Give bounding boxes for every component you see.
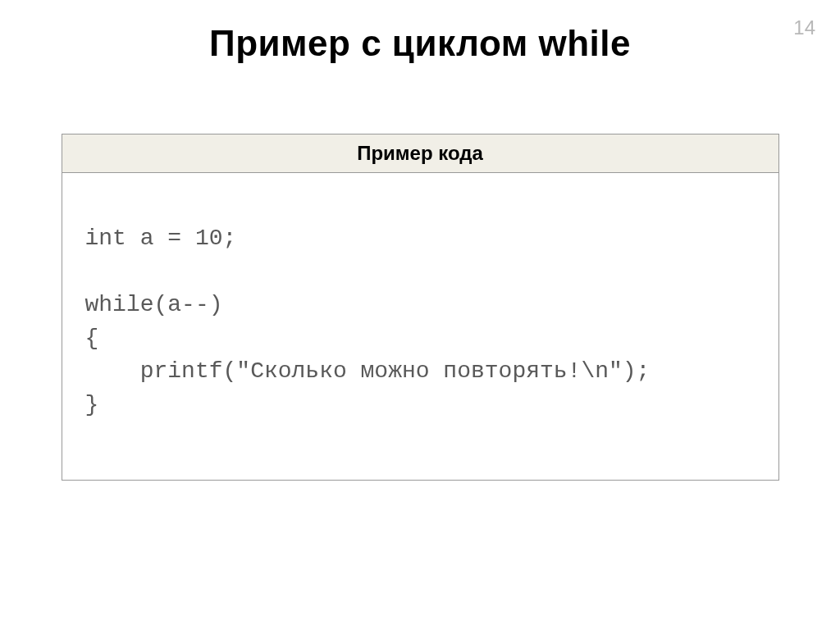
slide-title: Пример с циклом while (0, 23, 840, 64)
code-example-container: Пример кода int a = 10; while(a--) { pri… (62, 134, 779, 481)
code-block-body: int a = 10; while(a--) { printf("Сколько… (62, 173, 778, 480)
code-block-header: Пример кода (62, 134, 778, 173)
page-number: 14 (793, 16, 815, 39)
